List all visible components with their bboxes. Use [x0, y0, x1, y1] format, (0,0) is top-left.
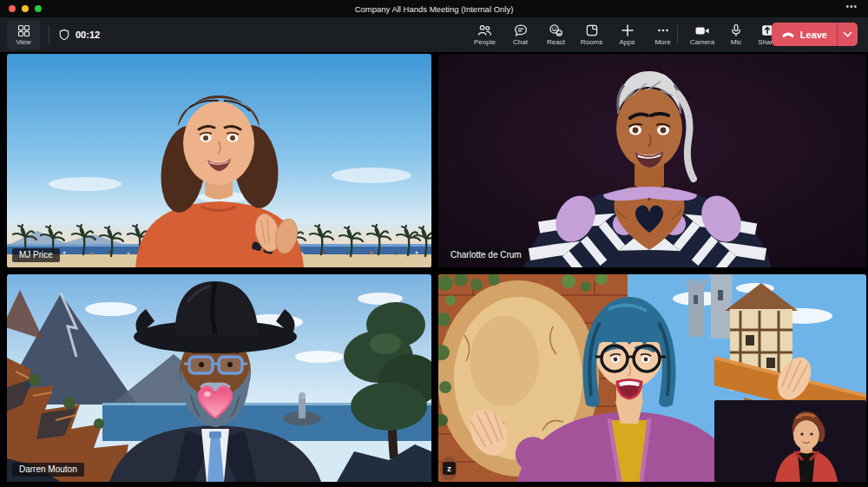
self-hair-side	[819, 424, 823, 439]
rooms-icon	[585, 23, 599, 37]
leave-options-button[interactable]	[838, 23, 858, 46]
pip-self-view[interactable]	[714, 400, 866, 482]
titlebar: Company All Hands Meeting (Internal Only…	[0, 0, 868, 17]
chat-button[interactable]: Chat	[503, 20, 538, 49]
apps-button[interactable]: Apps	[609, 20, 645, 49]
video-tile-charlotte-de-crum[interactable]: Charlotte de Crum	[438, 54, 866, 267]
video-tile-mj-price[interactable]: MJ Price	[7, 54, 431, 267]
participant-name-label: Darren Mouton	[12, 463, 84, 477]
chat-button-label: Chat	[513, 38, 528, 46]
meeting-timer: 00:12	[76, 30, 100, 40]
village-avatar-scene	[438, 274, 866, 482]
charlotte-avatar-scene	[438, 54, 866, 267]
leave-split-button: Leave	[772, 23, 858, 46]
more-button[interactable]: More	[645, 20, 681, 49]
react-button-label: React	[547, 38, 565, 46]
leave-button-label: Leave	[800, 30, 827, 40]
react-icon	[549, 23, 563, 37]
meeting-timer-group: 00:12	[58, 20, 100, 49]
mic-icon	[729, 23, 743, 37]
video-tile-darren-mouton[interactable]: Darren Mouton	[7, 274, 431, 482]
leave-button[interactable]: Leave	[772, 23, 837, 46]
participant-name-label: MJ Price	[12, 248, 60, 262]
rooms-button-label: Rooms	[581, 38, 602, 46]
toolbar-device-group: Camera Mic Share	[684, 20, 783, 49]
window-more-icon[interactable]: •••	[845, 2, 858, 11]
toolbar-divider-2	[677, 25, 678, 44]
camera-button-label: Camera	[690, 38, 714, 46]
chat-icon	[514, 23, 528, 37]
camera-button[interactable]: Camera	[684, 20, 720, 49]
toolbar-left-group: View 00:12	[7, 20, 100, 49]
video-tile-blue-haired-participant[interactable]: z	[438, 274, 866, 482]
more-ellipsis-icon	[656, 23, 670, 37]
view-button[interactable]: View	[7, 20, 40, 49]
mj-price-avatar-scene	[7, 54, 431, 267]
grid-view-icon	[17, 24, 30, 37]
darren-avatar-scene	[7, 274, 431, 482]
people-icon	[477, 23, 492, 37]
toolbar-divider	[49, 25, 49, 44]
mic-button[interactable]: Mic	[720, 20, 752, 49]
participant-badge: z	[443, 462, 456, 475]
rooms-button[interactable]: Rooms	[574, 20, 609, 49]
react-button[interactable]: React	[538, 20, 574, 49]
more-button-label: More	[654, 38, 670, 46]
minimize-window-button[interactable]	[22, 5, 29, 12]
toolbar-center-group: People Chat	[467, 20, 681, 49]
shield-icon	[58, 29, 70, 41]
hangup-icon	[781, 30, 795, 39]
apps-plus-icon	[621, 23, 635, 37]
camera-icon	[694, 24, 710, 37]
window-title: Company All Hands Meeting (Internal Only…	[355, 4, 514, 14]
participant-name-label: Charlotte de Crum	[444, 248, 529, 262]
open-mouth	[617, 380, 641, 399]
mic-button-label: Mic	[731, 38, 741, 46]
close-window-button[interactable]	[9, 5, 16, 12]
view-button-label: View	[16, 38, 30, 46]
chevron-down-icon	[843, 31, 852, 38]
teams-meeting-window: Company All Hands Meeting (Internal Only…	[0, 0, 868, 487]
zoom-window-button[interactable]	[35, 5, 42, 12]
traffic-lights	[9, 5, 42, 12]
meeting-toolbar: View 00:12 People	[0, 17, 868, 52]
people-button[interactable]: People	[467, 20, 503, 49]
tie-knot	[209, 431, 221, 438]
video-grid: MJ Price	[0, 52, 868, 487]
apps-button-label: Apps	[619, 38, 635, 46]
self-face	[793, 420, 819, 450]
people-button-label: People	[474, 38, 496, 46]
